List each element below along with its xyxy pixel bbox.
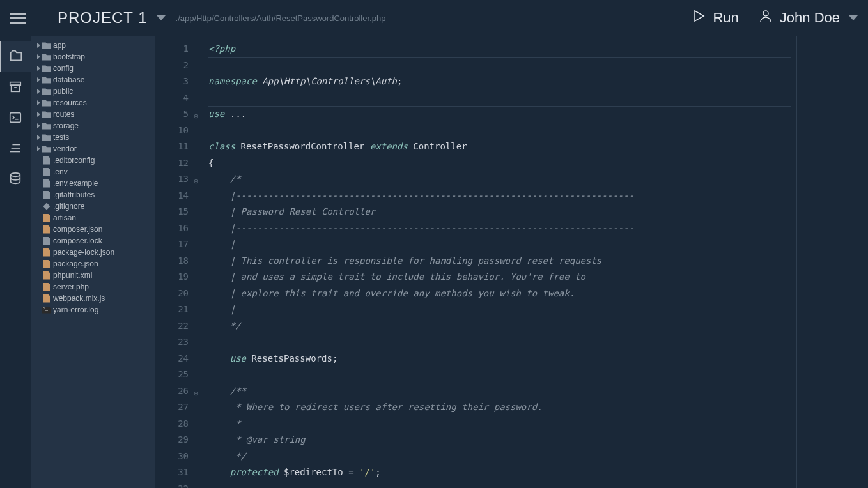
project-chevron-icon[interactable] bbox=[157, 15, 166, 20]
code-line[interactable] bbox=[203, 481, 796, 489]
expand-arrow-icon[interactable] bbox=[37, 146, 40, 151]
code-line[interactable]: /** bbox=[203, 383, 796, 400]
tree-item-phpunit.xml[interactable]: phpunit.xml bbox=[31, 270, 155, 281]
fold-toggle-icon[interactable]: ⊕ bbox=[194, 109, 198, 125]
folder-icon bbox=[42, 133, 51, 141]
expand-arrow-icon[interactable] bbox=[37, 89, 40, 94]
code-area[interactable]: <?php namespace App\Http\Controllers\Aut… bbox=[203, 36, 797, 488]
tree-item-artisan[interactable]: artisan bbox=[31, 212, 155, 224]
rail-terminal[interactable] bbox=[0, 102, 31, 133]
line-number: 1 bbox=[155, 41, 189, 57]
tree-item-label: storage bbox=[53, 121, 79, 130]
expand-arrow-icon[interactable] bbox=[37, 54, 40, 59]
code-line[interactable]: * bbox=[203, 416, 796, 432]
tree-item-bootstrap[interactable]: bootstrap bbox=[31, 51, 155, 63]
tree-item-.gitignore[interactable]: .gitignore bbox=[31, 201, 155, 212]
code-line[interactable]: * Where to redirect users after resettin… bbox=[203, 399, 796, 416]
code-line[interactable]: |---------------------------------------… bbox=[203, 188, 796, 204]
code-line[interactable]: */ bbox=[203, 318, 796, 335]
code-line[interactable]: namespace App\Http\Controllers\Auth; bbox=[203, 73, 796, 90]
expand-arrow-icon[interactable] bbox=[37, 66, 40, 71]
expand-arrow-icon[interactable] bbox=[37, 123, 40, 128]
code-line[interactable]: */ bbox=[203, 448, 796, 465]
rail-logs[interactable] bbox=[0, 133, 31, 164]
svg-rect-5 bbox=[10, 113, 21, 123]
rail-database[interactable] bbox=[0, 164, 31, 194]
expand-arrow-icon[interactable] bbox=[37, 43, 40, 48]
menu-button[interactable] bbox=[10, 13, 26, 24]
fold-toggle-icon[interactable]: ⊖ bbox=[194, 386, 198, 402]
tree-item-resources[interactable]: resources bbox=[31, 97, 155, 109]
tree-item-label: phpunit.xml bbox=[53, 271, 92, 280]
rail-files[interactable] bbox=[0, 41, 31, 72]
tree-item-label: tests bbox=[53, 133, 69, 142]
expand-arrow-icon[interactable] bbox=[37, 112, 40, 117]
tree-item-package.json[interactable]: package.json bbox=[31, 258, 155, 270]
code-line[interactable]: class ResetPasswordController extends Co… bbox=[203, 139, 796, 155]
tree-item-database[interactable]: database bbox=[31, 74, 155, 86]
tree-item-composer.json[interactable]: composer.json bbox=[31, 224, 155, 235]
folder-icon bbox=[42, 53, 51, 61]
tree-item-label: server.php bbox=[53, 282, 89, 291]
tree-item-label: database bbox=[53, 75, 84, 84]
line-number: 20 bbox=[155, 286, 189, 302]
project-title[interactable]: PROJECT 1 bbox=[58, 9, 148, 27]
expand-arrow-icon[interactable] bbox=[37, 135, 40, 140]
code-line[interactable]: protected $redirectTo = '/'; bbox=[203, 464, 796, 481]
tree-item-tests[interactable]: tests bbox=[31, 132, 155, 143]
tree-item-vendor[interactable]: vendor bbox=[31, 143, 155, 155]
tree-item-public[interactable]: public bbox=[31, 86, 155, 97]
code-line[interactable]: /* bbox=[203, 171, 796, 188]
tree-item-label: .env.example bbox=[53, 179, 98, 188]
fold-toggle-icon[interactable]: ⊖ bbox=[194, 174, 198, 190]
code-line[interactable]: | Password Reset Controller bbox=[203, 204, 796, 220]
tree-item-.env.example[interactable]: .env.example bbox=[31, 178, 155, 189]
code-line[interactable]: use ... bbox=[203, 106, 796, 123]
tree-item-storage[interactable]: storage bbox=[31, 120, 155, 132]
tree-item-.editorconfig[interactable]: .editorconfig bbox=[31, 155, 155, 166]
code-line[interactable]: | explore this trait and override any me… bbox=[203, 286, 796, 302]
line-number: 12 bbox=[155, 155, 189, 172]
tree-item-app[interactable]: app bbox=[31, 40, 155, 51]
user-name: John Doe bbox=[780, 10, 840, 26]
tree-item-server.php[interactable]: server.php bbox=[31, 281, 155, 293]
expand-arrow-icon[interactable] bbox=[37, 77, 40, 82]
file-tree[interactable]: appbootstrapconfigdatabasepublicresource… bbox=[31, 36, 155, 488]
svg-marker-0 bbox=[695, 11, 704, 21]
play-icon bbox=[691, 8, 706, 27]
code-line[interactable] bbox=[203, 123, 796, 139]
tree-item-label: config bbox=[53, 64, 74, 73]
tree-item-label: vendor bbox=[53, 144, 77, 153]
editor[interactable]: 1234510111213141516171819202122232425262… bbox=[155, 36, 868, 488]
code-line[interactable] bbox=[203, 90, 796, 107]
code-line[interactable]: | bbox=[203, 301, 796, 318]
tree-item-label: resources bbox=[53, 98, 87, 107]
tree-item-webpack.mix.js[interactable]: webpack.mix.js bbox=[31, 293, 155, 304]
code-line[interactable] bbox=[203, 367, 796, 383]
code-line[interactable]: use ResetsPasswords; bbox=[203, 351, 796, 367]
code-line[interactable] bbox=[203, 334, 796, 351]
rail-archive[interactable] bbox=[0, 72, 31, 102]
expand-arrow-icon[interactable] bbox=[37, 100, 40, 105]
folder-icon bbox=[42, 111, 51, 118]
tree-item-label: public bbox=[53, 87, 73, 96]
tree-item-yarn-error.log[interactable]: yarn-error.log bbox=[31, 304, 155, 316]
tree-item-routes[interactable]: routes bbox=[31, 109, 155, 120]
code-line[interactable]: | This controller is responsible for han… bbox=[203, 253, 796, 270]
tree-item-package-lock.json[interactable]: package-lock.json bbox=[31, 247, 155, 258]
tree-item-composer.lock[interactable]: composer.lock bbox=[31, 235, 155, 247]
user-menu[interactable]: John Doe bbox=[758, 8, 858, 27]
run-button[interactable]: Run bbox=[691, 8, 738, 27]
fold-column[interactable]: ⊕⊖⊖ bbox=[196, 36, 203, 488]
tree-item-.gitattributes[interactable]: .gitattributes bbox=[31, 189, 155, 201]
topbar: PROJECT 1 ./app/Http/Controllers/Auth/Re… bbox=[0, 0, 868, 36]
code-line[interactable]: { bbox=[203, 155, 796, 172]
code-line[interactable]: | bbox=[203, 236, 796, 253]
code-line[interactable]: <?php bbox=[203, 41, 796, 57]
code-line[interactable]: |---------------------------------------… bbox=[203, 220, 796, 237]
code-line[interactable]: | and uses a simple trait to include thi… bbox=[203, 269, 796, 286]
tree-item-config[interactable]: config bbox=[31, 63, 155, 74]
code-line[interactable] bbox=[203, 57, 796, 74]
tree-item-.env[interactable]: .env bbox=[31, 166, 155, 178]
code-line[interactable]: * @var string bbox=[203, 432, 796, 448]
